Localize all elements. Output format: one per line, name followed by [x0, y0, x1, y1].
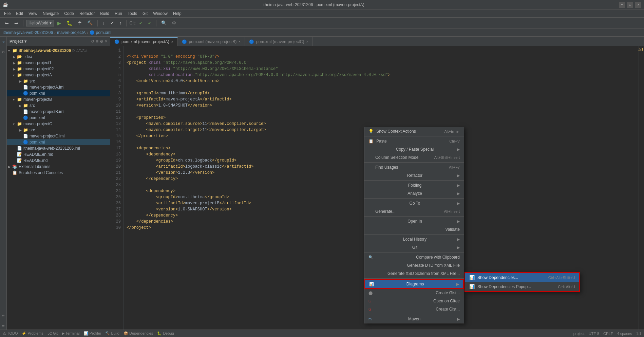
bookmarks-tool-button[interactable]: B [0, 322, 7, 330]
run-config-dropdown[interactable]: HelloWorld ▾ [26, 20, 54, 26]
status-debug[interactable]: 🐛 Debug [157, 331, 174, 336]
ctx-refactor[interactable]: Refactor ▶ [364, 171, 464, 180]
tree-item-readme[interactable]: ▶ 📝 README.md [7, 157, 110, 164]
tab-pom-a[interactable]: 🔵 pom.xml (maven-projectA) × [110, 37, 178, 46]
ctx-maven[interactable]: m Maven ▶ [364, 315, 464, 323]
status-todo[interactable]: ⚠ TODO [3, 331, 18, 336]
tab-close-a[interactable]: × [171, 40, 173, 44]
toolbar-search[interactable]: 🔍 [159, 20, 169, 26]
build-button[interactable]: 🔨 [85, 20, 95, 26]
project-settings-btn[interactable]: ⚙ [100, 39, 103, 44]
git-check[interactable]: ✔ [137, 20, 145, 26]
ctx-create-gist1[interactable]: ⬤ Create Gist... [364, 289, 464, 297]
tree-item-mavenC[interactable]: ▾ 📁 maven-projectC [7, 121, 110, 127]
git-push[interactable]: ↑ [117, 20, 124, 26]
status-problems[interactable]: ⚡ Problems [22, 331, 43, 336]
tree-item-mavenA-pom[interactable]: ▶ 🔵 pom.xml [7, 90, 110, 96]
tree-item-mavenC-iml[interactable]: ▶ 📄 maven-projectC.iml [7, 133, 110, 139]
menu-refactor[interactable]: Refactor [77, 11, 97, 17]
menu-window[interactable]: Window [150, 11, 170, 17]
status-profiler[interactable]: 📊 Profiler [84, 331, 101, 336]
project-collapse-btn[interactable]: ≡ [96, 39, 98, 44]
submenu-show-dependencies[interactable]: 📊 Show Dependencies... Ctrl+Alt+Shift+U [465, 273, 579, 282]
ctx-compare-clipboard[interactable]: 🔍 Compare with Clipboard [364, 253, 464, 261]
tree-item-mavenA[interactable]: ▾ 📁 maven-projectA [7, 72, 110, 78]
close-button[interactable]: × [635, 2, 641, 8]
status-terminal[interactable]: ▶ Terminal [62, 331, 79, 336]
tab-close-b[interactable]: × [239, 40, 241, 43]
menu-view[interactable]: View [26, 11, 40, 17]
ctx-diagrams[interactable]: 📊 Diagrams ▶ [364, 279, 464, 289]
tree-item-mavenB-iml[interactable]: ▶ 📄 maven-projectB.iml [7, 109, 110, 115]
breadcrumb-root[interactable]: itheima-java-web-20231206 [3, 30, 53, 35]
menu-navigate[interactable]: Navigate [40, 11, 61, 17]
ctx-find-usages[interactable]: Find Usages Alt+F7 [364, 163, 464, 171]
tree-item-scratches[interactable]: ▶ 📋 Scratches and Consoles [7, 170, 110, 176]
tree-item-mavenA-src[interactable]: ▶ 📁 src [7, 78, 110, 84]
ctx-validate[interactable]: Validate [364, 225, 464, 233]
minimize-button[interactable]: − [619, 2, 625, 8]
breadcrumb-file[interactable]: 🔵 pom.xml [90, 30, 111, 35]
status-build[interactable]: 🔨 Build [105, 331, 119, 336]
git-commit[interactable]: ✔ [108, 20, 116, 26]
run-button[interactable]: ▶ [55, 20, 63, 26]
submenu-show-dependencies-popup[interactable]: 📊 Show Dependencies Popup... Ctrl+Alt+U [465, 282, 579, 291]
tree-item-mavenB[interactable]: ▾ 📁 maven-projectB [7, 96, 110, 102]
toolbar-settings[interactable]: ⚙ [170, 20, 178, 26]
menu-tools[interactable]: Tools [125, 11, 140, 17]
tab-pom-c[interactable]: 🔵 pom.xml (maven-projectC) × [245, 37, 312, 46]
status-line-sep[interactable]: CRLF [603, 332, 613, 336]
project-tool-button[interactable]: P [0, 38, 7, 45]
tree-item-ext-libs[interactable]: ▶ 📚 External Libraries [7, 164, 110, 170]
tree-item-mavenA-iml[interactable]: ▶ 📄 maven-projectA.iml [7, 84, 110, 90]
tab-pom-b[interactable]: 🔵 pom.xml (maven-projectB) × [178, 37, 245, 46]
menu-file[interactable]: File [1, 11, 13, 17]
ctx-show-context-actions[interactable]: 💡 Show Context Actions Alt+Enter [364, 127, 464, 135]
menu-build[interactable]: Build [97, 11, 112, 17]
ctx-git[interactable]: Git ▶ [364, 243, 464, 251]
tree-item-root-iml[interactable]: ▶ 📄 itheima-java-web-20231206.iml [7, 145, 110, 151]
ctx-folding[interactable]: Folding ▶ [364, 181, 464, 189]
debug-button[interactable]: 🐛 [64, 20, 74, 26]
status-indent[interactable]: 4 spaces [617, 332, 632, 336]
maximize-button[interactable]: □ [627, 2, 633, 8]
toolbar-forward[interactable]: ➡ [12, 20, 20, 26]
structure-tool-button[interactable]: S [0, 312, 7, 319]
ctx-paste[interactable]: 📋 Paste Ctrl+V [364, 137, 464, 145]
tree-item-maven1[interactable]: ▶ 📁 maven-project1 [7, 60, 110, 66]
status-git[interactable]: ⎇ Git [48, 331, 58, 336]
ctx-open-in[interactable]: Open In ▶ [364, 217, 464, 225]
toolbar-back[interactable]: ⬅ [3, 20, 11, 26]
ctx-column-selection[interactable]: Column Selection Mode Alt+Shift+Insert [364, 153, 464, 162]
ctx-open-gitee[interactable]: G Open on Gitee [364, 297, 464, 305]
tree-item-readme-en[interactable]: ▶ 📝 README.en.md [7, 151, 110, 157]
ctx-generate-dtd[interactable]: Generate DTD from XML File [364, 261, 464, 269]
menu-help[interactable]: Help [170, 11, 184, 17]
menu-run[interactable]: Run [112, 11, 125, 17]
tree-item-root[interactable]: ▾ 📁 itheima-java-web-20231206 D:\JAVA\it [7, 48, 110, 54]
git-check2[interactable]: ✔ [146, 20, 153, 26]
breadcrumb-project[interactable]: maven-projectA [57, 30, 86, 35]
ctx-generate-xsd[interactable]: Generate XSD Schema from XML File... [364, 269, 464, 278]
ctx-generate[interactable]: Generate... Alt+Insert [364, 207, 464, 216]
tree-item-mavenC-pom[interactable]: ▶ 🔵 pom.xml [7, 139, 110, 145]
menu-code[interactable]: Code [61, 11, 77, 17]
tree-item-mavenB-src[interactable]: ▶ 📁 src [7, 102, 110, 109]
tree-item-mavenB-pom[interactable]: ▶ 🔵 pom.xml [7, 115, 110, 121]
ctx-goto[interactable]: Go To ▶ [364, 199, 464, 207]
ctx-copy-paste-special[interactable]: Copy / Paste Special ▶ [364, 145, 464, 153]
menu-edit[interactable]: Edit [13, 11, 26, 17]
menu-git[interactable]: Git [140, 11, 150, 17]
project-sync-btn[interactable]: ⟳ [91, 39, 95, 44]
ctx-local-history[interactable]: Local History ▶ [364, 235, 464, 243]
tree-item-idea[interactable]: ▶ 📂 .idea [7, 54, 110, 60]
project-close-btn[interactable]: × [105, 39, 107, 44]
tree-item-mavenC-src[interactable]: ▶ 📁 src [7, 127, 110, 133]
git-update[interactable]: ↓ [100, 20, 107, 26]
coverage-button[interactable]: ☂ [76, 20, 84, 26]
ctx-create-gist2[interactable]: G Create Gist... [364, 305, 464, 313]
status-dependencies[interactable]: 📦 Dependencies [124, 331, 153, 336]
ctx-analyze[interactable]: Analyze ▶ [364, 189, 464, 198]
tab-close-c[interactable]: × [306, 40, 308, 43]
status-encoding[interactable]: UTF-8 [589, 332, 599, 336]
